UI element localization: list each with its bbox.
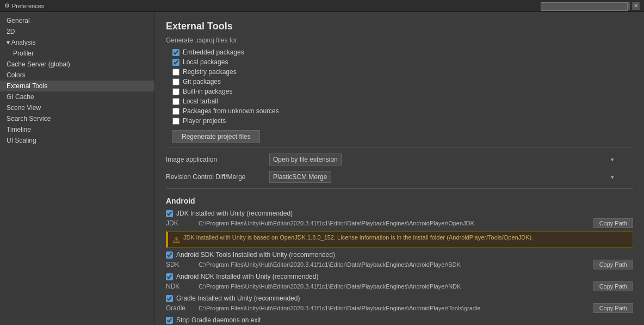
jdk-check-row: JDK Installed with Unity (recommended) bbox=[166, 210, 633, 217]
ndk-checkbox[interactable] bbox=[166, 273, 173, 280]
page-title: External Tools bbox=[166, 21, 633, 32]
sidebar-item-search-service[interactable]: Search Service bbox=[0, 113, 154, 124]
checkbox-registry: Registry packages bbox=[166, 67, 633, 77]
image-app-select[interactable]: Open by file extension Custom bbox=[269, 154, 342, 165]
embedded-checkbox[interactable] bbox=[172, 49, 179, 56]
sdk-copy-path-button[interactable]: Copy Path bbox=[593, 260, 633, 269]
sidebar-item-profiler[interactable]: Profiler bbox=[0, 48, 154, 59]
stop-gradle-row: Stop Gradle daemons on exit bbox=[166, 316, 633, 324]
main-content: External Tools Generate .csproj files fo… bbox=[155, 12, 644, 325]
player-label: Player projects bbox=[183, 117, 226, 125]
stop-gradle-label: Stop Gradle daemons on exit bbox=[176, 316, 261, 324]
sidebar-item-2d[interactable]: 2D bbox=[0, 26, 154, 37]
sdk-check-row: Android SDK Tools Installed with Unity (… bbox=[166, 251, 633, 259]
sidebar-item-timeline[interactable]: Timeline bbox=[0, 124, 154, 135]
ndk-check-row: Android NDK Installed with Unity (recomm… bbox=[166, 273, 633, 280]
android-section: Android JDK Installed with Unity (recomm… bbox=[166, 197, 633, 325]
sidebar-item-gi-cache[interactable]: GI Cache bbox=[0, 91, 154, 102]
checkbox-git: Git packages bbox=[166, 77, 633, 87]
gradle-checkbox[interactable] bbox=[166, 295, 173, 302]
title-bar: ⚙ Preferences ─ □ ✕ bbox=[0, 0, 644, 12]
embedded-label: Embedded packages bbox=[183, 48, 244, 56]
close-button[interactable]: ✕ bbox=[632, 2, 640, 10]
jdk-path-value: C:\Program Files\Unity\Hub\Editor\2020.3… bbox=[199, 220, 590, 226]
gradle-check-label: Gradle Installed with Unity (recommended… bbox=[176, 295, 300, 302]
checkbox-tarball: Local tarball bbox=[166, 96, 633, 106]
local-label: Local packages bbox=[183, 58, 228, 66]
generate-label: Generate .csproj files for: bbox=[166, 36, 633, 44]
checkbox-embedded: Embedded packages bbox=[166, 47, 633, 57]
ndk-label: NDK bbox=[166, 283, 199, 290]
revision-control-label: Revision Control Diff/Merge bbox=[166, 173, 264, 181]
sidebar-item-colors[interactable]: Colors bbox=[0, 70, 154, 81]
warning-icon: ⚠ bbox=[172, 235, 180, 245]
app-container: General 2D ▾ Analysis Profiler Cache Ser… bbox=[0, 12, 644, 325]
sidebar-item-general[interactable]: General bbox=[0, 15, 154, 26]
sdk-label: SDK bbox=[166, 261, 199, 268]
revision-control-row: Revision Control Diff/Merge PlasticSCM M… bbox=[166, 171, 633, 183]
checkbox-local: Local packages bbox=[166, 57, 633, 67]
revision-control-select[interactable]: PlasticSCM Merge None bbox=[269, 171, 331, 183]
sidebar-item-ui-scaling[interactable]: UI Scaling bbox=[0, 135, 154, 146]
regenerate-button[interactable]: Regenerate project files bbox=[172, 130, 260, 143]
ndk-copy-path-button[interactable]: Copy Path bbox=[593, 281, 633, 291]
header-search-input[interactable] bbox=[541, 2, 628, 11]
sdk-path-value: C:\Program Files\Unity\Hub\Editor\2020.3… bbox=[199, 261, 590, 268]
registry-checkbox[interactable] bbox=[172, 69, 179, 76]
gradle-copy-path-button[interactable]: Copy Path bbox=[593, 303, 633, 313]
image-app-row: Image application Open by file extension… bbox=[166, 154, 633, 165]
sdk-check-label: Android SDK Tools Installed with Unity (… bbox=[176, 251, 335, 259]
warning-text: JDK installed with Unity is based on Ope… bbox=[183, 234, 533, 241]
android-title: Android bbox=[166, 197, 633, 205]
sidebar-item-external-tools[interactable]: External Tools bbox=[0, 81, 154, 91]
image-app-label: Image application bbox=[166, 156, 264, 163]
git-checkbox[interactable] bbox=[172, 78, 179, 85]
sdk-checkbox[interactable] bbox=[166, 252, 173, 259]
sidebar: General 2D ▾ Analysis Profiler Cache Ser… bbox=[0, 12, 155, 325]
jdk-copy-path-button[interactable]: Copy Path bbox=[593, 218, 633, 228]
gradle-path-row: Gradle C:\Program Files\Unity\Hub\Editor… bbox=[166, 303, 633, 313]
registry-label: Registry packages bbox=[183, 68, 237, 76]
sidebar-item-scene-view[interactable]: Scene View bbox=[0, 102, 154, 113]
jdk-path-row: JDK C:\Program Files\Unity\Hub\Editor\20… bbox=[166, 218, 633, 228]
builtin-checkbox[interactable] bbox=[172, 88, 179, 95]
sidebar-item-cache-server[interactable]: Cache Server (global) bbox=[0, 59, 154, 70]
jdk-checkbox[interactable] bbox=[166, 210, 173, 217]
unknown-label: Packages from unknown sources bbox=[183, 107, 279, 115]
tarball-checkbox[interactable] bbox=[172, 98, 179, 105]
unknown-checkbox[interactable] bbox=[172, 108, 179, 115]
player-checkbox[interactable] bbox=[172, 118, 179, 125]
checkbox-player: Player projects bbox=[166, 116, 633, 126]
image-app-dropdown-wrapper: Open by file extension Custom bbox=[269, 154, 617, 165]
tarball-label: Local tarball bbox=[183, 97, 218, 105]
jdk-warning-box: ⚠ JDK installed with Unity is based on O… bbox=[166, 231, 633, 248]
gradle-path-value: C:\Program Files\Unity\Hub\Editor\2020.3… bbox=[199, 305, 590, 311]
stop-gradle-checkbox[interactable] bbox=[166, 317, 173, 324]
checkbox-builtin: Built-in packages bbox=[166, 87, 633, 96]
gear-icon: ⚙ bbox=[4, 2, 10, 9]
sidebar-item-analysis[interactable]: ▾ Analysis bbox=[0, 37, 154, 48]
window-title: ⚙ Preferences bbox=[4, 2, 44, 9]
jdk-label: JDK bbox=[166, 219, 199, 227]
ndk-path-value: C:\Program Files\Unity\Hub\Editor\2020.3… bbox=[199, 283, 590, 290]
gradle-label: Gradle bbox=[166, 304, 199, 312]
revision-control-dropdown-wrapper: PlasticSCM Merge None bbox=[269, 171, 617, 183]
checkbox-unknown: Packages from unknown sources bbox=[166, 106, 633, 116]
local-checkbox[interactable] bbox=[172, 59, 179, 66]
ndk-path-row: NDK C:\Program Files\Unity\Hub\Editor\20… bbox=[166, 281, 633, 291]
gradle-check-row: Gradle Installed with Unity (recommended… bbox=[166, 295, 633, 302]
git-label: Git packages bbox=[183, 78, 221, 85]
sdk-path-row: SDK C:\Program Files\Unity\Hub\Editor\20… bbox=[166, 260, 633, 269]
jdk-check-label: JDK Installed with Unity (recommended) bbox=[176, 210, 293, 217]
builtin-label: Built-in packages bbox=[183, 88, 232, 95]
divider2 bbox=[166, 188, 633, 189]
divider1 bbox=[166, 148, 633, 148]
ndk-check-label: Android NDK Installed with Unity (recomm… bbox=[176, 273, 318, 280]
